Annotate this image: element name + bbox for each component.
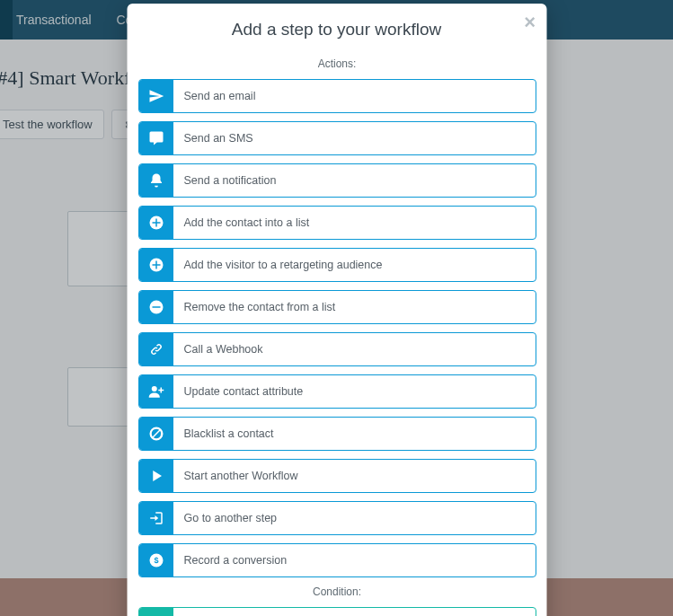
paper-plane-icon [138,80,173,112]
action-label: Update contact attribute [173,375,303,408]
action-row-dollar-circle[interactable]: Record a conversion [137,543,536,577]
dollar-circle-icon [138,544,173,576]
bell-icon [138,164,173,197]
action-row-sign-in[interactable]: Go to another step [137,501,536,535]
action-label: Send an SMS [173,122,252,154]
action-label: Call a Webhook [173,333,262,365]
comment-icon [138,122,173,154]
action-label: Send a notification [173,164,276,197]
action-label: Go to another step [173,502,277,534]
condition-icon [138,608,173,616]
condition-section-label: Condition: [137,585,536,598]
action-row-bell[interactable]: Send a notification [137,163,536,198]
action-label: Remove the contact from a list [173,291,335,323]
action-row-minus-circle[interactable]: Remove the contact from a list [137,290,536,324]
action-row-plus-circle[interactable]: Add the visitor to a retargeting audienc… [137,248,536,282]
action-row-plus-circle[interactable]: Add the contact into a list [137,206,536,240]
plus-circle-icon [138,249,173,281]
action-row-paper-plane[interactable]: Send an email [137,79,536,113]
action-row-comment[interactable]: Send an SMS [137,121,536,155]
user-plus-icon [138,375,173,408]
ban-icon [138,418,173,450]
actions-section-label: Actions: [137,57,536,70]
sign-in-icon [138,502,173,534]
action-row-play[interactable]: Start another Workflow [137,459,536,493]
action-label: Record a conversion [173,544,287,576]
add-step-modal: Add a step to your workflow × Actions: S… [127,4,546,616]
action-label: Send an email [173,80,255,112]
modal-header: Add a step to your workflow × [127,4,546,43]
action-label: Start another Workflow [173,460,297,492]
play-icon [138,460,173,492]
condition-row[interactable] [137,607,536,616]
action-row-link[interactable]: Call a Webhook [137,332,536,366]
action-label: Add the contact into a list [173,207,309,239]
modal-body: Actions: Send an emailSend an SMSSend a … [127,43,546,616]
condition-label [173,608,183,616]
minus-circle-icon [138,291,173,323]
link-icon [138,333,173,365]
action-row-ban[interactable]: Blacklist a contact [137,417,536,451]
modal-title: Add a step to your workflow [145,20,528,40]
action-label: Add the visitor to a retargeting audienc… [173,249,382,281]
plus-circle-icon [138,207,173,239]
close-icon[interactable]: × [524,13,536,32]
action-row-user-plus[interactable]: Update contact attribute [137,374,536,409]
actions-list: Send an emailSend an SMSSend a notificat… [137,79,536,577]
action-label: Blacklist a contact [173,418,273,450]
